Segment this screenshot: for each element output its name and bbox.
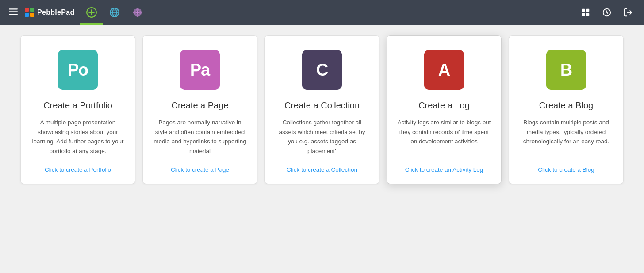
card-link-log[interactable]: Click to create an Activity Log bbox=[405, 166, 483, 173]
svg-rect-2 bbox=[9, 14, 18, 15]
app-header: PebblePad bbox=[0, 0, 644, 25]
card-icon-blog: B bbox=[546, 50, 586, 90]
card-desc-page: Pages are normally narrative in style an… bbox=[152, 118, 248, 156]
card-icon-page: Pa bbox=[180, 50, 220, 90]
card-title-blog: Create a Blog bbox=[539, 100, 593, 111]
card-link-page[interactable]: Click to create a Page bbox=[171, 166, 229, 173]
card-title-log: Create a Log bbox=[418, 100, 470, 111]
hamburger-icon[interactable] bbox=[5, 4, 21, 22]
svg-rect-22 bbox=[582, 13, 585, 16]
card-icon-collection: C bbox=[302, 50, 342, 90]
card-icon-log: A bbox=[424, 50, 464, 90]
svg-point-11 bbox=[136, 11, 139, 14]
exit-button[interactable] bbox=[617, 0, 639, 25]
recent-button[interactable] bbox=[596, 0, 617, 25]
card-desc-portfolio: A multiple page presentation showcasing … bbox=[30, 118, 126, 156]
card-link-collection[interactable]: Click to create a Collection bbox=[287, 166, 357, 173]
card-collection: C Create a Collection Collections gather… bbox=[264, 35, 380, 184]
header-left: PebblePad bbox=[5, 0, 149, 25]
svg-rect-23 bbox=[586, 13, 589, 16]
card-desc-blog: Blogs contain multiple posts and media t… bbox=[518, 118, 614, 156]
card-title-portfolio: Create a Portfolio bbox=[43, 100, 112, 111]
logo-area[interactable]: PebblePad bbox=[25, 8, 75, 17]
card-desc-log: Activity logs are similar to blogs but t… bbox=[396, 118, 492, 156]
cards-container: Po Create a Portfolio A multiple page pr… bbox=[9, 35, 635, 184]
card-page: Pa Create a Page Pages are normally narr… bbox=[142, 35, 257, 184]
grid-view-button[interactable] bbox=[575, 0, 596, 25]
header-right bbox=[575, 0, 639, 25]
svg-rect-20 bbox=[582, 9, 585, 12]
card-log: A Create a Log Activity logs are similar… bbox=[387, 35, 502, 184]
app-title: PebblePad bbox=[37, 8, 75, 16]
nav-icons bbox=[80, 0, 149, 25]
card-link-blog[interactable]: Click to create a Blog bbox=[538, 166, 594, 173]
svg-rect-0 bbox=[9, 8, 18, 9]
svg-rect-1 bbox=[9, 11, 18, 12]
card-link-portfolio[interactable]: Click to create a Portfolio bbox=[45, 166, 111, 173]
nav-add-button[interactable] bbox=[80, 0, 103, 25]
logo-squares bbox=[25, 8, 34, 17]
main-content: Po Create a Portfolio A multiple page pr… bbox=[0, 25, 644, 273]
card-blog: B Create a Blog Blogs contain multiple p… bbox=[509, 35, 624, 184]
card-desc-collection: Collections gather together all assets w… bbox=[274, 118, 370, 156]
card-title-page: Create a Page bbox=[172, 100, 229, 111]
svg-rect-21 bbox=[586, 9, 589, 12]
nav-globe-button[interactable] bbox=[103, 0, 126, 25]
card-portfolio: Po Create a Portfolio A multiple page pr… bbox=[20, 35, 135, 184]
card-title-collection: Create a Collection bbox=[284, 100, 360, 111]
nav-flower-button[interactable] bbox=[126, 0, 149, 25]
card-icon-portfolio: Po bbox=[58, 50, 98, 90]
